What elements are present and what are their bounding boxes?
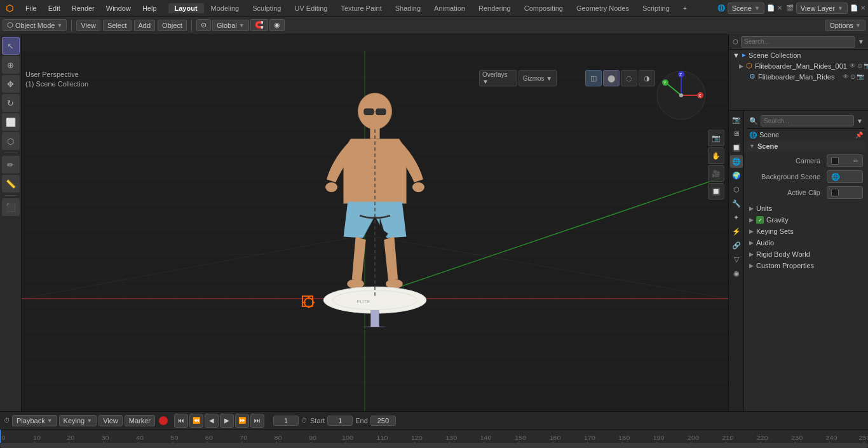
pivot-selector[interactable]: ⊙ <box>196 19 211 31</box>
menu-help[interactable]: Help <box>137 3 162 13</box>
outliner-mode-icon[interactable]: ⬡ <box>733 38 738 45</box>
outliner-filter-icon[interactable]: ▼ <box>858 38 864 45</box>
navigation-gizmo[interactable]: X Y Z <box>656 70 707 121</box>
camera-view-btn[interactable]: 📷 <box>708 130 724 146</box>
active-clip-value[interactable] <box>827 186 863 199</box>
tool-cursor[interactable]: ⊕ <box>2 56 20 74</box>
outliner-item-0[interactable]: ▶ ⬡ Fliteboarder_Man_Rides_001 👁 ⊙ 📷 <box>729 60 868 71</box>
tab-animation[interactable]: Animation <box>428 3 471 13</box>
tab-add[interactable]: + <box>677 3 693 13</box>
camera-value[interactable]: ✏ <box>827 154 863 167</box>
delete-scene-btn[interactable]: ✕ <box>777 4 782 11</box>
custom-props-section[interactable]: ▶ Custom Properties <box>747 260 865 271</box>
proportional-edit[interactable]: ◉ <box>269 19 285 31</box>
scene-pin-icon[interactable]: 📌 <box>855 132 863 139</box>
solid-btn[interactable]: ⬤ <box>603 70 620 86</box>
item-sel-icon-1[interactable]: ⊙ <box>850 73 855 80</box>
wireframe-btn[interactable]: ◫ <box>585 70 602 86</box>
props-view-layer-icon[interactable]: 🔲 <box>730 141 743 154</box>
record-btn[interactable] <box>159 416 168 425</box>
props-search-input[interactable] <box>761 115 854 126</box>
current-frame-input[interactable] <box>273 416 299 426</box>
keying-btn[interactable]: Keying ▼ <box>59 415 97 426</box>
audio-section[interactable]: ▶ Audio <box>747 237 865 248</box>
jump-start-btn[interactable]: ⏮ <box>174 414 188 428</box>
scene-selector[interactable]: Scene ▼ <box>728 3 764 14</box>
marker-btn[interactable]: Marker <box>125 415 155 426</box>
play-btn[interactable]: ▶ <box>220 414 234 428</box>
tool-transform[interactable]: ⬡ <box>2 132 20 150</box>
new-scene-btn[interactable]: 📄 <box>767 4 775 11</box>
gravity-checkbox[interactable]: ✓ <box>756 216 764 224</box>
item-vis-icon-1[interactable]: 👁 <box>843 73 849 80</box>
tool-add[interactable]: ⬛ <box>2 198 20 216</box>
menu-render[interactable]: Render <box>67 3 100 13</box>
snap-btn[interactable]: 🧲 <box>250 19 268 31</box>
new-view-layer-btn[interactable]: 📄 <box>850 4 858 11</box>
options-btn[interactable]: Options ▼ <box>825 20 865 31</box>
props-filter-btn[interactable]: ▼ <box>857 118 863 125</box>
prev-keyframe-btn[interactable]: ⏪ <box>189 414 203 428</box>
units-section[interactable]: ▶ Units <box>747 203 865 214</box>
props-material-icon[interactable]: ◉ <box>730 267 743 280</box>
blender-logo[interactable]: ⬡ <box>3 1 17 15</box>
timeline-scrollbar[interactable] <box>0 443 868 448</box>
timeline-scrollbar-thumb[interactable] <box>0 443 868 448</box>
menu-file[interactable]: File <box>20 3 42 13</box>
props-render-icon[interactable]: 📷 <box>730 113 743 126</box>
props-modifier-icon[interactable]: 🔧 <box>730 197 743 210</box>
gravity-section[interactable]: ▶ ✓ Gravity <box>747 214 865 226</box>
props-scene-section[interactable]: ▼ Scene <box>747 140 865 152</box>
timeline-ruler[interactable]: 0 10 20 30 40 50 60 70 80 <box>0 430 868 448</box>
view-menu[interactable]: View <box>76 20 100 31</box>
tab-modeling[interactable]: Modeling <box>205 3 246 13</box>
gizmos-btn[interactable]: Gizmos ▼ <box>519 70 557 86</box>
rendered-btn[interactable]: ◑ <box>639 70 655 86</box>
props-physics-icon[interactable]: ⚡ <box>730 225 743 238</box>
rigid-body-section[interactable]: ▶ Rigid Body World <box>747 248 865 260</box>
props-object-icon[interactable]: ⬡ <box>730 183 743 196</box>
props-data-icon[interactable]: ▽ <box>730 253 743 266</box>
next-keyframe-btn[interactable]: ⏩ <box>235 414 249 428</box>
props-scene-header[interactable]: 🌐 Scene 📌 <box>747 129 865 140</box>
transform-space[interactable]: Global ▼ <box>212 20 249 31</box>
play-reverse-btn[interactable]: ◀ <box>205 414 219 428</box>
view-btn[interactable]: View <box>98 415 123 426</box>
item-ren-icon-1[interactable]: 📷 <box>857 73 864 80</box>
select-menu[interactable]: Select <box>103 20 132 31</box>
item-ren-icon[interactable]: 📷 <box>864 62 868 69</box>
tab-geometry-nodes[interactable]: Geometry Nodes <box>570 3 635 13</box>
jump-end-btn[interactable]: ⏭ <box>250 414 264 428</box>
view-layer-selector[interactable]: View Layer ▼ <box>796 3 848 14</box>
object-menu[interactable]: Object <box>158 20 187 31</box>
outliner-item-1[interactable]: ⚙ Fliteboarder_Man_Rides 👁 ⊙ 📷 <box>729 71 868 82</box>
bg-scene-value[interactable]: 🌐 <box>827 170 863 183</box>
delete-view-layer-btn[interactable]: ✕ <box>860 4 865 11</box>
camera-edit-btn[interactable]: ✏ <box>853 158 858 165</box>
tab-scripting[interactable]: Scripting <box>636 3 676 13</box>
material-btn[interactable]: ◌ <box>621 70 637 86</box>
props-constraints-icon[interactable]: 🔗 <box>730 239 743 252</box>
tab-sculpting[interactable]: Sculpting <box>246 3 287 13</box>
tab-uv-editing[interactable]: UV Editing <box>288 3 334 13</box>
keying-sets-section[interactable]: ▶ Keying Sets <box>747 226 865 237</box>
tab-shading[interactable]: Shading <box>389 3 427 13</box>
menu-window[interactable]: Window <box>101 3 136 13</box>
menu-edit[interactable]: Edit <box>43 3 65 13</box>
props-scene-icon[interactable]: 🌐 <box>730 155 743 168</box>
start-frame-input[interactable] <box>327 416 353 426</box>
tab-texture-paint[interactable]: Texture Paint <box>334 3 388 13</box>
item-sel-icon[interactable]: ⊙ <box>857 62 862 69</box>
camera-lock-btn[interactable]: 🎥 <box>708 165 724 182</box>
tool-annotate[interactable]: ✏ <box>2 156 20 173</box>
tool-measure[interactable]: 📏 <box>2 175 20 193</box>
mode-selector[interactable]: ⬡ Object Mode ▼ <box>3 19 67 31</box>
tool-scale[interactable]: ⬜ <box>2 113 20 131</box>
tab-compositing[interactable]: Compositing <box>518 3 569 13</box>
item-vis-icon[interactable]: 👁 <box>850 62 856 69</box>
tool-rotate[interactable]: ↻ <box>2 94 20 112</box>
props-output-icon[interactable]: 🖥 <box>730 127 743 140</box>
tab-rendering[interactable]: Rendering <box>472 3 517 13</box>
tool-move[interactable]: ✥ <box>2 75 20 93</box>
tab-layout[interactable]: Layout <box>168 3 204 13</box>
